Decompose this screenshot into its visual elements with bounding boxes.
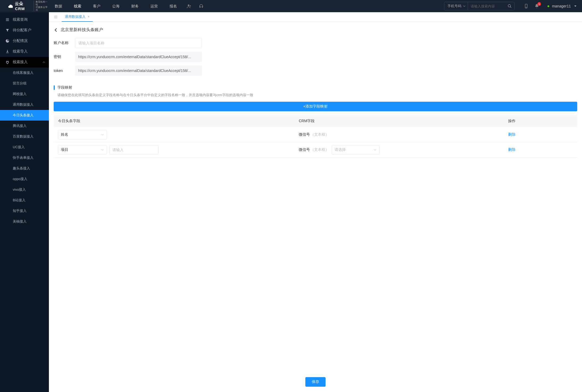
toutiao-extra-input[interactable] bbox=[109, 145, 158, 155]
filter-icon bbox=[5, 28, 10, 32]
nav-item-5[interactable]: 运营 bbox=[145, 0, 164, 12]
notification-badge: 5 bbox=[537, 2, 541, 6]
sidebar-subitem-0[interactable]: 在线客服接入 bbox=[0, 67, 49, 78]
main-nav: 数据线索客户公海财务运营报名 bbox=[49, 0, 183, 12]
sidebar-item-2[interactable]: 分配情况 bbox=[0, 36, 49, 46]
sidebar-subitem-13[interactable]: 知乎接入 bbox=[0, 206, 49, 216]
search-type-select[interactable]: 手机号码 bbox=[444, 2, 468, 10]
page-title: 北京昱新科技头条账户 bbox=[61, 27, 103, 33]
svg-point-3 bbox=[526, 7, 526, 8]
tab-active[interactable]: 通用数据接入 × bbox=[62, 12, 93, 22]
sidebar-item-3[interactable]: 线索导入 bbox=[0, 46, 49, 57]
bell-icon[interactable]: 5 bbox=[532, 0, 542, 12]
table-row: 姓名微信号（文本框）删除 bbox=[54, 127, 577, 142]
list-icon bbox=[5, 18, 10, 22]
chevron-down-icon bbox=[101, 148, 104, 151]
sidebar-item-1[interactable]: 待分配客户 bbox=[0, 25, 49, 36]
plug-icon bbox=[5, 60, 10, 64]
section-description: 请确保您在此填写的头条自定义字段名称与在今日头条平台中自定义的字段名称一致，并且… bbox=[54, 93, 577, 97]
table-row: 项目微信号（文本框）请选择删除 bbox=[54, 142, 577, 157]
section-accent-icon bbox=[54, 86, 55, 90]
toutiao-field-select[interactable]: 项目 bbox=[58, 145, 107, 155]
sidebar-subitem-6[interactable]: 百度数据接入 bbox=[0, 131, 49, 142]
mobile-icon[interactable] bbox=[521, 0, 532, 12]
pie-icon bbox=[5, 39, 10, 43]
import-icon bbox=[5, 49, 10, 54]
sidebar-subitem-8[interactable]: 快手表单接入 bbox=[0, 152, 49, 163]
sidebar-subitem-7[interactable]: UC接入 bbox=[0, 142, 49, 152]
crm-field-label: 微信号（文本框） bbox=[299, 147, 329, 152]
user-menu[interactable]: manager11 bbox=[547, 4, 577, 8]
account-name-label: 账户名称 bbox=[54, 41, 73, 45]
svg-point-1 bbox=[508, 5, 511, 7]
add-mapping-button[interactable]: +添加字段映射 bbox=[54, 102, 577, 111]
sidebar-subitem-11[interactable]: vivo接入 bbox=[0, 184, 49, 195]
main-panel: 通用数据接入 × 北京昱新科技头条账户 账户名称 密钥 https://crm.… bbox=[49, 12, 582, 392]
caret-down-icon bbox=[574, 5, 577, 7]
svg-rect-4 bbox=[6, 18, 9, 19]
nav-item-1[interactable]: 线索 bbox=[68, 0, 87, 12]
nav-item-0[interactable]: 数据 bbox=[49, 0, 68, 12]
col-action: 操作 bbox=[504, 115, 577, 127]
close-icon[interactable]: × bbox=[88, 15, 90, 19]
chevron-down-icon bbox=[463, 5, 466, 7]
account-name-input[interactable] bbox=[75, 38, 202, 48]
chevron-down-icon bbox=[373, 148, 377, 151]
sidebar-subitem-14[interactable]: 美柚接入 bbox=[0, 216, 49, 227]
menu-fold-icon bbox=[54, 15, 58, 19]
page-header: 北京昱新科技头条账户 bbox=[54, 27, 577, 33]
save-button[interactable]: 保存 bbox=[305, 377, 326, 387]
logo[interactable]: 云朵CRM 教育机构一站式服务云平台 bbox=[0, 0, 49, 12]
collapse-sidebar-button[interactable] bbox=[52, 13, 60, 21]
crm-field-select[interactable]: 请选择 bbox=[332, 145, 379, 155]
search-box: 手机号码 bbox=[444, 2, 514, 10]
nav-item-6[interactable]: 报名 bbox=[164, 0, 183, 12]
logo-subtitle: 教育机构一站式服务云平台 bbox=[34, 1, 49, 11]
section-title: 字段映射 bbox=[57, 85, 72, 90]
sidebar-subitem-2[interactable]: 网校接入 bbox=[0, 89, 49, 99]
status-dot-icon bbox=[547, 5, 549, 7]
top-header: 云朵CRM 教育机构一站式服务云平台 数据线索客户公海财务运营报名 手机号码 5… bbox=[0, 0, 582, 12]
logo-text: 云朵CRM bbox=[15, 1, 32, 11]
sidebar-subitem-12[interactable]: B站接入 bbox=[0, 195, 49, 206]
page-content: 北京昱新科技头条账户 账户名称 密钥 https://crm.yunduocrm… bbox=[49, 22, 582, 392]
col-toutiao: 今日头条字段 bbox=[54, 115, 294, 127]
col-crm: CRM字段 bbox=[294, 115, 504, 127]
sidebar-item-4[interactable]: 线索接入 bbox=[0, 57, 49, 67]
back-icon[interactable] bbox=[54, 28, 58, 32]
delete-row-link[interactable]: 删除 bbox=[508, 147, 516, 152]
search-icon bbox=[508, 4, 512, 8]
svg-rect-5 bbox=[6, 19, 9, 20]
sidebar-subitem-10[interactable]: oppo接入 bbox=[0, 174, 49, 184]
token-value[interactable]: https://crm.yunduocrm.com/externalData/s… bbox=[75, 66, 202, 76]
search-button[interactable] bbox=[505, 2, 514, 10]
chevron-down-icon bbox=[101, 133, 104, 136]
sidebar-subitem-4[interactable]: 今日头条接入 bbox=[0, 110, 49, 121]
svg-point-0 bbox=[188, 5, 189, 6]
cloud-icon bbox=[8, 3, 14, 9]
search-input[interactable] bbox=[468, 4, 505, 8]
chevron-up-icon bbox=[43, 61, 45, 63]
sidebar-subitem-5[interactable]: 腾讯接入 bbox=[0, 121, 49, 131]
headset-icon[interactable] bbox=[195, 4, 207, 8]
user-plus-icon[interactable] bbox=[183, 4, 195, 8]
mapping-table: 今日头条字段 CRM字段 操作 姓名微信号（文本框）删除项目微信号（文本框）请选… bbox=[54, 115, 577, 157]
nav-item-2[interactable]: 客户 bbox=[87, 0, 106, 12]
tabs-bar: 通用数据接入 × bbox=[49, 12, 582, 22]
secret-label: 密钥 bbox=[54, 54, 73, 59]
token-label: token bbox=[54, 69, 73, 73]
nav-item-4[interactable]: 财务 bbox=[125, 0, 145, 12]
crm-field-label: 微信号（文本框） bbox=[299, 132, 329, 137]
sidebar: 线索查询待分配客户分配情况线索导入线索接入在线客服接入留言分组网校接入通用数据接… bbox=[0, 12, 49, 392]
toutiao-field-select[interactable]: 姓名 bbox=[58, 130, 107, 139]
sidebar-subitem-9[interactable]: 趣头条接入 bbox=[0, 163, 49, 174]
sidebar-subitem-1[interactable]: 留言分组 bbox=[0, 78, 49, 89]
svg-rect-6 bbox=[6, 20, 9, 21]
delete-row-link[interactable]: 删除 bbox=[508, 132, 516, 137]
username: manager11 bbox=[552, 4, 571, 8]
nav-item-3[interactable]: 公海 bbox=[106, 0, 125, 12]
sidebar-item-0[interactable]: 线索查询 bbox=[0, 14, 49, 25]
secret-value[interactable]: https://crm.yunduocrm.com/externalData/s… bbox=[75, 52, 202, 62]
sidebar-subitem-3[interactable]: 通用数据接入 bbox=[0, 99, 49, 110]
